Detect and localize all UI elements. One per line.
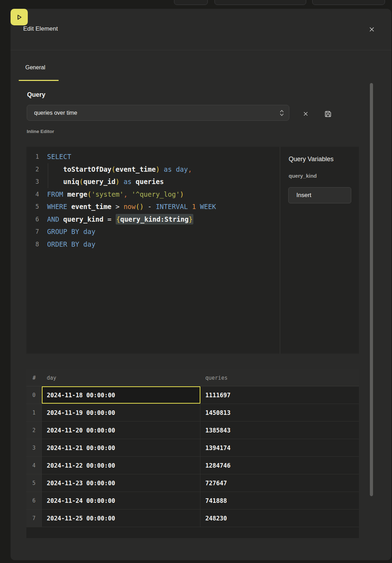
day-cell[interactable]: 2024-11-24 00:00:00 (42, 492, 200, 509)
table-row: 12024-11-19 00:00:001450813 (26, 404, 359, 422)
queries-cell[interactable]: 741888 (200, 492, 359, 509)
row-index-cell[interactable]: 0 (26, 386, 42, 404)
table-row: 42024-11-22 00:00:001284746 (26, 457, 359, 474)
queries-cell[interactable]: 727647 (200, 474, 359, 492)
tab-general[interactable]: General (25, 64, 45, 71)
day-cell[interactable]: 2024-11-21 00:00:00 (42, 439, 200, 456)
line-number: 3 (26, 176, 39, 188)
table-row: 32024-11-21 00:00:001394174 (26, 439, 359, 457)
code-line[interactable]: 7GROUP BY day (26, 226, 280, 238)
code-line[interactable]: 5WHERE event_time > now() - INTERVAL 1 W… (26, 201, 280, 213)
line-number: 5 (26, 201, 39, 213)
editor-code[interactable]: 1SELECT2 toStartOfDay(event_time) as day… (26, 151, 280, 251)
query-variables-panel: Query Variables query_kind Insert (280, 147, 359, 354)
day-cell-selected[interactable]: 2024-11-18 00:00:00 (42, 386, 200, 404)
day-cell[interactable]: 2024-11-23 00:00:00 (42, 474, 200, 492)
background-button-fragment[interactable] (214, 0, 306, 5)
save-query-button[interactable] (323, 109, 333, 119)
results-table: # day queries 02024-11-18 00:00:00111169… (26, 369, 359, 538)
row-index-cell[interactable]: 2 (26, 422, 42, 439)
column-header-day[interactable]: day (42, 369, 200, 386)
row-index-cell[interactable]: 3 (26, 439, 42, 456)
query-variables-heading: Query Variables (289, 156, 334, 163)
day-cell[interactable]: 2024-11-25 00:00:00 (42, 510, 200, 527)
line-number: 2 (26, 163, 39, 176)
query-select-dropdown[interactable]: queries over time (27, 105, 289, 121)
day-cell[interactable]: 2024-11-22 00:00:00 (42, 457, 200, 474)
modal-header: Edit Element (11, 9, 391, 50)
clear-query-button[interactable] (302, 110, 309, 118)
floppy-disk-icon (324, 110, 332, 118)
chevron-up-down-icon (279, 109, 284, 117)
column-header-index[interactable]: # (26, 369, 42, 386)
table-row: 02024-11-18 00:00:001111697 (26, 386, 359, 404)
table-row: 52024-11-23 00:00:00727647 (26, 474, 359, 492)
code-line[interactable]: 8ORDER BY day (26, 238, 280, 251)
close-icon (369, 27, 374, 32)
code-line[interactable]: 3 uniq(query_id) as queries (26, 176, 280, 188)
code-text: SELECT (39, 151, 71, 163)
close-button[interactable] (367, 25, 376, 33)
table-row: 72024-11-25 00:00:00248230 (26, 510, 359, 527)
day-cell[interactable]: 2024-11-19 00:00:00 (42, 404, 200, 421)
indent-guide (48, 163, 48, 188)
row-index-cell[interactable]: 4 (26, 457, 42, 474)
queries-cell[interactable]: 1385843 (200, 422, 359, 439)
code-text: GROUP BY day (39, 226, 95, 238)
code-text: ORDER BY day (39, 238, 95, 251)
x-clear-icon (303, 112, 308, 116)
code-text: WHERE event_time > now() - INTERVAL 1 WE… (39, 201, 216, 213)
modal-scrollbar[interactable] (370, 83, 373, 496)
edit-element-modal: Edit Element General Query queries over … (11, 9, 391, 560)
row-index-cell[interactable]: 5 (26, 474, 42, 492)
code-line[interactable]: 2 toStartOfDay(event_time) as day, (26, 163, 280, 176)
background-button-fragment[interactable] (312, 0, 385, 5)
line-number: 4 (26, 188, 39, 201)
variable-name-label: query_kind (289, 173, 317, 179)
queries-cell[interactable]: 248230 (200, 510, 359, 527)
queries-cell[interactable]: 1394174 (200, 439, 359, 456)
results-table-header: # day queries (26, 369, 359, 386)
line-number: 8 (26, 238, 39, 251)
code-text: AND query_kind = {query_kind:String} (39, 213, 193, 226)
code-line[interactable]: 4FROM merge('system', '^query_log') (26, 188, 280, 201)
inline-editor-label: Inline Editor (27, 129, 54, 134)
query-select-value: queries over time (34, 105, 77, 120)
table-row: 22024-11-20 00:00:001385843 (26, 422, 359, 439)
line-number: 1 (26, 151, 39, 163)
table-filler (26, 527, 359, 538)
column-header-queries[interactable]: queries (200, 369, 359, 386)
row-index-cell[interactable]: 6 (26, 492, 42, 509)
code-line[interactable]: 1SELECT (26, 151, 280, 163)
query-section-heading: Query (27, 91, 45, 99)
line-number: 7 (26, 226, 39, 238)
code-text: uniq(query_id) as queries (39, 176, 164, 188)
row-index-cell[interactable]: 7 (26, 510, 42, 527)
code-text: toStartOfDay(event_time) as day, (39, 163, 192, 176)
table-row: 62024-11-24 00:00:00741888 (26, 492, 359, 510)
background-button-fragment[interactable] (174, 0, 208, 5)
results-rows: 02024-11-18 00:00:00111169712024-11-19 0… (26, 386, 359, 527)
line-number: 6 (26, 213, 39, 226)
day-cell[interactable]: 2024-11-20 00:00:00 (42, 422, 200, 439)
modal-title: Edit Element (23, 25, 58, 32)
row-index-cell[interactable]: 1 (26, 404, 42, 421)
screen: Edit Element General Query queries over … (0, 0, 392, 563)
sql-editor-panel: 1SELECT2 toStartOfDay(event_time) as day… (26, 147, 359, 354)
queries-cell[interactable]: 1111697 (200, 386, 359, 404)
tab-active-underline (19, 80, 59, 81)
queries-cell[interactable]: 1450813 (200, 404, 359, 421)
code-line[interactable]: 6AND query_kind = {query_kind:String} (26, 213, 280, 226)
insert-variable-button[interactable]: Insert (288, 187, 351, 203)
queries-cell[interactable]: 1284746 (200, 457, 359, 474)
code-text: FROM merge('system', '^query_log') (39, 188, 184, 201)
